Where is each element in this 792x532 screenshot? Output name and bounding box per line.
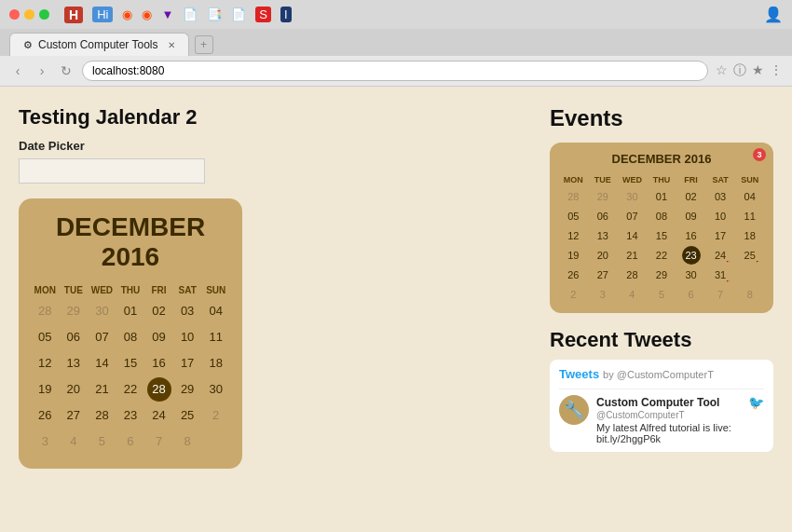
calendar-day[interactable]: 30	[204, 377, 228, 402]
calendar-day[interactable]: 04	[204, 299, 228, 323]
small-calendar-day[interactable]: 2	[564, 285, 582, 304]
calendar-day[interactable]: 19	[33, 377, 57, 402]
small-calendar-day[interactable]: 13	[594, 226, 612, 245]
small-calendar-day[interactable]: 17	[711, 226, 730, 245]
calendar-day[interactable]: 30	[89, 299, 114, 323]
calendar-day[interactable]: 29	[61, 299, 86, 323]
new-tab-button[interactable]: +	[195, 35, 213, 54]
small-calendar-day[interactable]: 22	[652, 246, 671, 265]
calendar-day-selected[interactable]: 28	[147, 377, 171, 402]
extensions-icon[interactable]: ⋮	[770, 62, 783, 79]
small-calendar-day[interactable]: 14	[622, 226, 641, 245]
toolbar-icon-doc2[interactable]: 📑	[207, 7, 222, 21]
calendar-day[interactable]: 15	[118, 351, 143, 375]
calendar-day[interactable]: 10	[175, 325, 199, 349]
toolbar-icon-h[interactable]: H	[64, 7, 83, 23]
calendar-day[interactable]: 07	[89, 325, 114, 349]
small-calendar-day[interactable]: 27	[594, 266, 612, 284]
calendar-day[interactable]: 01	[118, 299, 143, 323]
small-calendar-day[interactable]: 07	[622, 207, 641, 225]
calendar-day[interactable]: 09	[147, 325, 171, 349]
minimize-button[interactable]	[24, 9, 34, 20]
small-calendar-day[interactable]: 01	[652, 187, 671, 206]
small-calendar-day[interactable]: 18	[741, 226, 759, 245]
small-calendar-day[interactable]: 08	[652, 207, 671, 225]
back-button[interactable]: ‹	[9, 62, 26, 79]
tab-close-button[interactable]: ✕	[168, 40, 175, 50]
small-calendar-day[interactable]	[741, 266, 759, 284]
small-calendar-day-selected[interactable]: 23	[682, 246, 701, 265]
calendar-day[interactable]: 5	[89, 430, 114, 454]
calendar-day[interactable]: 21	[89, 377, 114, 402]
reload-button[interactable]: ↻	[58, 62, 75, 79]
small-calendar-day[interactable]: 24·	[711, 246, 730, 265]
calendar-day[interactable]: 23	[118, 403, 143, 428]
date-picker-input[interactable]	[19, 158, 205, 184]
forward-button[interactable]: ›	[34, 62, 50, 79]
info-icon[interactable]: ⓘ	[733, 62, 746, 79]
small-calendar-day[interactable]: 28	[622, 266, 641, 284]
toolbar-icon-s[interactable]: S	[255, 7, 271, 22]
toolbar-icon-ext[interactable]: I	[280, 7, 292, 22]
calendar-day[interactable]: 27	[61, 403, 86, 428]
small-calendar-day[interactable]: 28	[564, 187, 582, 206]
small-calendar-day[interactable]: 03	[711, 187, 730, 206]
calendar-day[interactable]: 12	[33, 351, 57, 375]
small-calendar-day[interactable]: 4	[622, 285, 641, 304]
calendar-day[interactable]: 02	[147, 299, 171, 323]
toolbar-icon-doc3[interactable]: 📄	[231, 7, 246, 21]
small-calendar-day[interactable]: 09	[682, 207, 701, 225]
small-calendar-day[interactable]: 26	[564, 266, 582, 284]
calendar-day[interactable]: 13	[61, 351, 86, 375]
small-calendar-day[interactable]: 20	[594, 246, 612, 265]
calendar-day[interactable]: 29	[175, 377, 199, 402]
calendar-day[interactable]: 18	[204, 351, 228, 375]
small-calendar-day[interactable]: 29	[594, 187, 612, 206]
small-calendar-day[interactable]: 6	[682, 285, 701, 304]
bookmark-icon[interactable]: ★	[752, 62, 764, 79]
small-calendar-day[interactable]: 3	[594, 285, 612, 304]
calendar-day[interactable]: 08	[118, 325, 143, 349]
calendar-day[interactable]: 2	[204, 403, 228, 428]
calendar-day[interactable]: 28	[89, 403, 114, 428]
calendar-day[interactable]: 28	[33, 299, 57, 323]
toolbar-icon-doc1[interactable]: 📄	[183, 7, 198, 21]
calendar-day[interactable]: 05	[33, 325, 57, 349]
calendar-day[interactable]: 14	[89, 351, 114, 375]
small-calendar-day[interactable]: 7	[711, 285, 730, 304]
toolbar-icon-reddit1[interactable]: ◉	[122, 7, 132, 21]
small-calendar-day[interactable]: 30	[622, 187, 641, 206]
small-calendar-day[interactable]: 06	[594, 207, 612, 225]
url-input[interactable]	[82, 61, 708, 81]
toolbar-icon-hi[interactable]: Hi	[92, 7, 113, 22]
small-calendar-day[interactable]: 19	[564, 246, 582, 265]
small-calendar-day[interactable]: 05	[564, 207, 582, 225]
small-calendar-day[interactable]: 02	[682, 187, 701, 206]
calendar-day[interactable]: 06	[61, 325, 86, 349]
small-calendar-day[interactable]: 11	[741, 207, 759, 225]
small-calendar-day[interactable]: 8	[741, 285, 759, 304]
calendar-day[interactable]: 03	[175, 299, 199, 323]
small-calendar-day[interactable]: 15	[652, 226, 671, 245]
small-calendar-day[interactable]: 30	[682, 266, 701, 284]
toolbar-icon-v[interactable]: ▼	[161, 7, 173, 21]
small-calendar-day[interactable]: 5	[652, 285, 671, 304]
calendar-day[interactable]: 8	[175, 430, 199, 454]
calendar-day[interactable]: 20	[61, 377, 86, 402]
small-calendar-day[interactable]: 21	[622, 246, 641, 265]
close-button[interactable]	[9, 9, 20, 20]
calendar-day[interactable]: 11	[204, 325, 228, 349]
small-calendar-day[interactable]: 31·	[711, 266, 730, 284]
calendar-day[interactable]: 4	[61, 430, 86, 454]
small-calendar-day[interactable]: 04	[741, 187, 759, 206]
calendar-day[interactable]: 26	[33, 403, 57, 428]
small-calendar-day[interactable]: 12	[564, 226, 582, 245]
calendar-day[interactable]: 22	[118, 377, 143, 402]
small-calendar-day[interactable]: 25·	[741, 246, 759, 265]
calendar-day[interactable]: 17	[175, 351, 199, 375]
calendar-day[interactable]: 6	[118, 430, 143, 454]
calendar-day[interactable]: 16	[147, 351, 171, 375]
small-calendar-day[interactable]: 10	[711, 207, 730, 225]
calendar-day[interactable]: 3	[33, 430, 57, 454]
calendar-day[interactable]: 7	[147, 430, 171, 454]
